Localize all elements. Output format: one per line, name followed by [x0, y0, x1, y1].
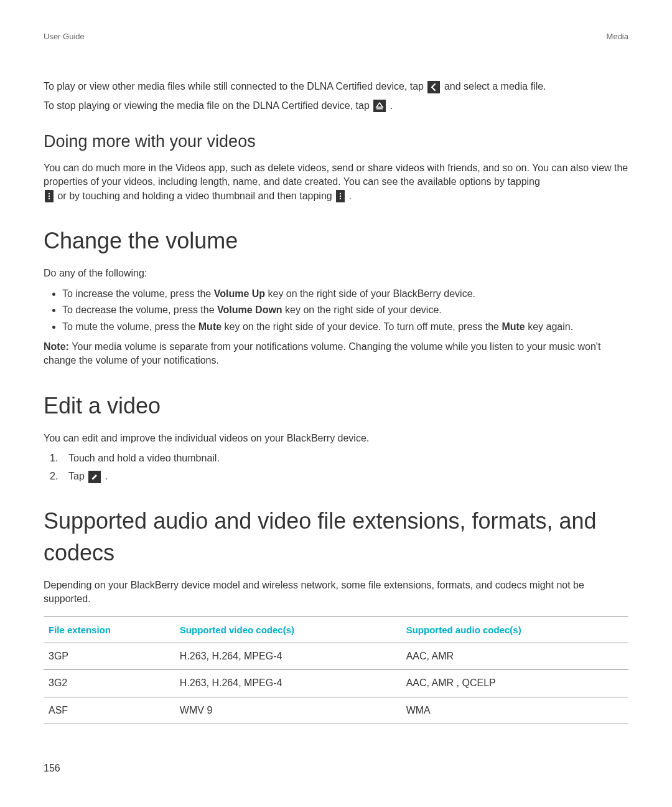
header-left: User Guide	[44, 31, 85, 42]
svg-point-4	[340, 193, 341, 194]
col-audio-codecs: Supported audio codec(s)	[401, 616, 628, 643]
formats-table: File extension Supported video codec(s) …	[44, 616, 628, 724]
formats-lead: Depending on your BlackBerry device mode…	[44, 578, 628, 606]
svg-rect-0	[376, 108, 383, 110]
doing-more-paragraph: You can do much more in the Videos app, …	[44, 161, 628, 203]
edit-steps: 1. Touch and hold a video thumbnail. 2. …	[44, 451, 628, 483]
table-row: 3G2 H.263, H.264, MPEG-4 AAC, AMR , QCEL…	[44, 670, 628, 697]
table-row: 3GP H.263, H.264, MPEG-4 AAC, AMR	[44, 643, 628, 669]
col-video-codecs: Supported video codec(s)	[175, 616, 401, 643]
svg-point-6	[340, 198, 341, 199]
header-right: Media	[607, 31, 628, 42]
key-volume-down: Volume Down	[217, 304, 282, 315]
edit-lead: You can edit and improve the individual …	[44, 432, 628, 445]
volume-note: Note: Your media volume is separate from…	[44, 340, 628, 368]
more-icon	[45, 190, 54, 202]
more-icon	[336, 190, 345, 202]
list-item: To increase the volume, press the Volume…	[62, 287, 628, 301]
table-header-row: File extension Supported video codec(s) …	[44, 616, 628, 643]
note-label: Note:	[44, 341, 72, 352]
col-file-extension: File extension	[44, 616, 175, 643]
volume-lead: Do any of the following:	[44, 267, 628, 280]
table-row: ASF WMV 9 WMA	[44, 697, 628, 724]
eject-icon	[373, 100, 386, 112]
svg-point-2	[49, 196, 50, 197]
edit-video-heading: Edit a video	[44, 390, 628, 422]
key-mute: Mute	[502, 321, 525, 332]
doing-more-heading: Doing more with your videos	[44, 130, 628, 154]
key-volume-up: Volume Up	[214, 288, 265, 299]
key-mute: Mute	[198, 321, 222, 332]
page-header: User Guide Media	[44, 31, 628, 42]
back-icon	[427, 81, 440, 93]
list-item: To decrease the volume, press the Volume…	[62, 303, 628, 317]
page-number: 156	[44, 762, 628, 775]
list-item: 1. Touch and hold a video thumbnail.	[50, 451, 628, 465]
dlna-play-paragraph: To play or view other media files while …	[44, 80, 628, 93]
dlna-stop-paragraph: To stop playing or viewing the media fil…	[44, 99, 628, 113]
svg-point-3	[49, 198, 50, 199]
edit-icon	[88, 471, 101, 483]
list-item: 2. Tap .	[50, 470, 628, 483]
svg-point-5	[340, 196, 341, 197]
change-volume-heading: Change the volume	[44, 225, 628, 257]
volume-list: To increase the volume, press the Volume…	[44, 287, 628, 334]
formats-heading: Supported audio and video file extension…	[44, 506, 628, 569]
svg-point-1	[49, 193, 50, 194]
list-item: To mute the volume, press the Mute key o…	[62, 320, 628, 334]
